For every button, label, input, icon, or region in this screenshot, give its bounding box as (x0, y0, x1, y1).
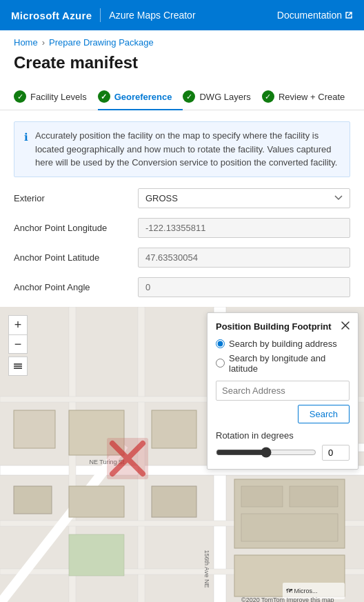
rotation-value-input[interactable] (322, 445, 350, 461)
svg-rect-31 (14, 363, 22, 365)
documentation-link[interactable]: Documentation (277, 10, 353, 21)
breadcrumb-home[interactable]: Home (14, 37, 38, 48)
step-check-facility: ✓ (14, 90, 26, 103)
radio-latlon-label[interactable]: Search by longitude and latitude (216, 353, 350, 374)
step-georeference[interactable]: ✓ Georeference (98, 83, 183, 110)
breadcrumb-separator: › (42, 37, 45, 48)
anchor-angle-label: Anchor Point Angle (14, 282, 138, 292)
map-layer-button[interactable] (8, 357, 28, 376)
svg-rect-12 (14, 486, 52, 514)
search-type-radio-group: Search by building address Search by lon… (216, 339, 350, 374)
zoom-out-button[interactable]: − (8, 334, 28, 354)
info-box: ℹ Accurately position the facility on th… (14, 121, 350, 177)
search-row: Search (216, 381, 350, 423)
info-text: Accurately position the facility on the … (35, 129, 340, 170)
svg-rect-19 (241, 514, 338, 541)
product-name: Azure Maps Creator (109, 10, 195, 21)
exterior-select[interactable]: GROSS NET VOID (138, 188, 350, 208)
map-container: NE Turing St NE 28th St 156th Ave NE 🗺 M… (0, 307, 364, 603)
search-address-input[interactable] (216, 381, 350, 401)
svg-rect-33 (14, 368, 22, 369)
svg-rect-18 (290, 486, 338, 507)
map-zoom-controls: + − (8, 315, 28, 354)
breadcrumb-current[interactable]: Prepare Drawing Package (49, 37, 154, 48)
anchor-lat-input[interactable] (138, 248, 350, 268)
info-icon: ℹ (24, 130, 28, 170)
anchor-lon-input[interactable] (138, 218, 350, 238)
form-row-longitude: Anchor Point Longitude (14, 218, 350, 238)
step-label-review: Review + Create (279, 92, 345, 102)
svg-rect-14 (152, 410, 196, 448)
external-link-icon (345, 11, 353, 19)
radio-latlon-input[interactable] (216, 359, 225, 368)
svg-rect-17 (241, 486, 283, 507)
collapse-icon (341, 321, 350, 330)
step-check-geo: ✓ (98, 90, 110, 103)
radio-address-text: Search by building address (229, 339, 337, 349)
step-facility-levels[interactable]: ✓ Facility Levels (14, 83, 98, 110)
panel-close-button[interactable] (341, 321, 350, 331)
step-label-facility: Facility Levels (30, 92, 87, 102)
step-label-geo: Georeference (114, 92, 172, 102)
svg-text:©2020 TomTom  Improve this map: ©2020 TomTom Improve this map (241, 596, 334, 603)
form-row-exterior: Exterior GROSS NET VOID (14, 188, 350, 208)
svg-rect-13 (69, 486, 124, 517)
step-review-create[interactable]: ✓ Review + Create (262, 83, 356, 110)
panel-header: Position Building Footprint (216, 321, 350, 332)
svg-text:🗺 Micros...: 🗺 Micros... (286, 588, 318, 594)
svg-rect-10 (14, 410, 55, 448)
step-label-dwg: DWG Layers (199, 92, 250, 102)
brand-name: Microsoft Azure (11, 10, 92, 21)
svg-rect-21 (69, 534, 124, 576)
radio-address-label[interactable]: Search by building address (216, 339, 350, 349)
nav-divider (100, 8, 101, 22)
rotation-row (216, 445, 350, 461)
rotation-label: Rotation in degrees (216, 430, 350, 441)
step-dwg-layers[interactable]: ✓ DWG Layers (183, 83, 261, 110)
page-title: Create manifest (0, 50, 364, 83)
radio-latlon-text: Search by longitude and latitude (229, 353, 350, 374)
svg-text:156th Ave NE: 156th Ave NE (203, 550, 210, 588)
step-check-review: ✓ (262, 90, 274, 103)
anchor-lon-label: Anchor Point Longitude (14, 223, 138, 233)
steps-nav: ✓ Facility Levels ✓ Georeference ✓ DWG L… (0, 83, 364, 110)
step-check-dwg: ✓ (183, 90, 195, 103)
layers-icon (12, 361, 23, 372)
svg-rect-32 (14, 365, 22, 367)
form-section: Exterior GROSS NET VOID Anchor Point Lon… (0, 188, 364, 297)
form-row-latitude: Anchor Point Latitude (14, 248, 350, 268)
search-button[interactable]: Search (298, 405, 350, 423)
rotation-slider[interactable] (216, 447, 316, 458)
panel-title: Position Building Footprint (216, 321, 332, 332)
anchor-angle-input[interactable] (138, 277, 350, 297)
form-row-angle: Anchor Point Angle (14, 277, 350, 297)
breadcrumb: Home › Prepare Drawing Package (0, 30, 364, 50)
exterior-label: Exterior (14, 193, 138, 203)
svg-rect-15 (152, 486, 196, 517)
position-panel: Position Building Footprint Search by bu… (207, 312, 358, 470)
radio-address-input[interactable] (216, 339, 225, 348)
top-nav: Microsoft Azure Azure Maps Creator Docum… (0, 0, 364, 30)
zoom-in-button[interactable]: + (8, 315, 28, 334)
anchor-lat-label: Anchor Point Latitude (14, 252, 138, 263)
